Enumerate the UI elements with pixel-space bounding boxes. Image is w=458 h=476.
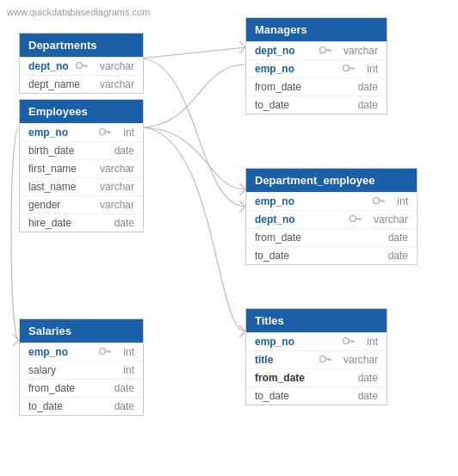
svg-point-41 [344,338,350,344]
table-row: salary int [20,361,143,379]
svg-line-7 [239,201,245,207]
svg-line-1 [13,334,19,340]
key-icon [76,60,88,72]
table-row: emp_no int [246,59,387,77]
svg-line-4 [239,47,245,53]
col-dept_name: dept_name [28,78,80,90]
svg-line-5 [239,183,245,189]
svg-point-33 [374,198,380,204]
col-type: varchar [100,60,134,72]
managers-table: Managers dept_no varchar emp_no int from… [245,17,387,114]
salaries-header: Salaries [20,319,143,343]
table-row: to_date date [246,386,387,405]
table-row: from_date date [20,379,143,397]
table-row: emp_no int [20,343,143,361]
table-row: to_date date [246,96,387,114]
employees-header: Employees [20,100,143,123]
col-type: varchar [100,78,134,90]
svg-point-13 [76,63,82,69]
svg-line-8 [239,207,245,213]
watermark: www.quickdatabasediagrams.com [7,7,150,17]
table-row: hire_date date [20,213,143,232]
table-row: from_date date [246,368,387,386]
svg-point-21 [100,349,106,355]
department-employee-table: Department_employee emp_no int dept_no v… [245,168,418,265]
svg-point-37 [350,216,356,222]
key-icon [343,336,355,348]
table-row: to_date date [246,246,417,264]
table-row: to_date date [20,397,143,415]
key-icon [319,45,331,57]
col-dept_no: dept_no [28,60,69,72]
employees-table: Employees emp_no int birth_date date fir… [19,99,144,232]
table-row: title varchar [246,350,387,368]
managers-header: Managers [246,18,387,41]
table-row: dept_no varchar [246,210,417,228]
table-row: dept_name varchar [20,75,143,93]
svg-line-2 [13,340,19,346]
key-icon [343,63,355,75]
key-icon [350,213,362,226]
table-row: gender varchar [20,195,143,213]
departments-table: Departments dept_no varchar dept_name va… [19,33,144,94]
titles-header: Titles [246,309,387,332]
svg-point-17 [100,129,106,135]
table-row: emp_no int [20,123,143,141]
svg-point-45 [319,356,325,362]
table-row: from_date date [246,228,417,246]
key-icon [99,346,111,358]
svg-point-25 [319,47,325,53]
col-type: int [123,127,134,139]
key-icon [99,127,111,139]
table-row: from_date date [246,77,387,96]
table-row: last_name varchar [20,177,143,195]
col-emp_no: emp_no [28,127,68,139]
svg-line-6 [239,189,245,195]
table-row: first_name varchar [20,159,143,177]
department-employee-header: Department_employee [246,169,417,192]
table-row: dept_no varchar [246,41,387,59]
table-row: birth_date date [20,141,143,159]
svg-line-9 [239,325,245,331]
svg-line-0 [139,47,245,59]
svg-line-10 [239,331,245,337]
svg-point-29 [344,65,350,71]
titles-table: Titles emp_no int title varchar from_dat… [245,308,387,405]
svg-line-3 [239,41,245,47]
departments-header: Departments [20,34,143,57]
salaries-table: Salaries emp_no int salary int from_date… [19,318,144,416]
key-icon [373,195,385,207]
key-icon [319,354,331,366]
table-row: dept_no varchar [20,57,143,75]
table-row: emp_no int [246,192,417,210]
table-row: emp_no int [246,332,387,350]
